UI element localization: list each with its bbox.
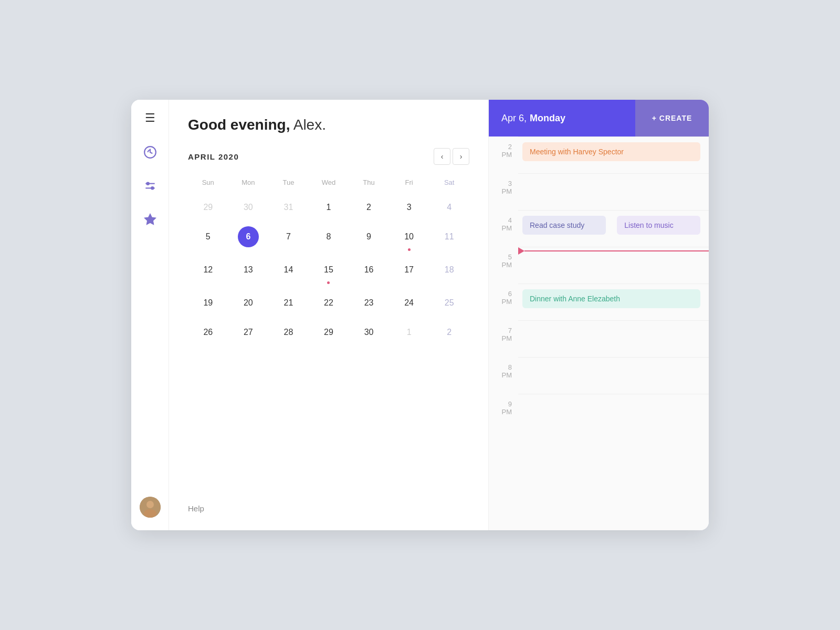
- day-number: 10: [398, 226, 419, 247]
- calendar-prev-btn[interactable]: ‹: [434, 148, 450, 165]
- time-slot-3pm: 3 PM: [489, 173, 709, 210]
- calendar-day-18[interactable]: 18: [429, 256, 469, 287]
- current-time-indicator: [518, 247, 709, 255]
- calendar-day-3[interactable]: 3: [389, 194, 429, 221]
- day-number: 9: [359, 226, 380, 247]
- weekday-wed: Wed: [309, 175, 349, 190]
- greeting-name: Alex.: [290, 117, 326, 133]
- calendar-day-27[interactable]: 27: [228, 319, 269, 346]
- calendar-day-31-out[interactable]: 31: [268, 194, 309, 221]
- day-number: 18: [439, 259, 460, 280]
- event-read-case[interactable]: Read case study: [522, 216, 606, 235]
- day-number: 5: [197, 226, 218, 247]
- day-number: 11: [439, 226, 460, 247]
- calendar-weekdays: Sun Mon Tue Wed Thu Fri Sat: [188, 175, 469, 190]
- event-dot: [327, 281, 330, 284]
- day-number: 7: [278, 226, 299, 247]
- greeting-bold: Good evening,: [188, 117, 290, 133]
- time-slot-8pm: 8 PM: [489, 357, 709, 394]
- day-number: 23: [359, 292, 380, 313]
- calendar-next-btn[interactable]: ›: [453, 148, 469, 165]
- day-number: 25: [439, 292, 460, 313]
- calendar-day-5[interactable]: 5: [188, 223, 228, 254]
- weekday-fri: Fri: [389, 175, 429, 190]
- time-slot-4pm: 4 PM Read case study Listen to music: [489, 210, 709, 247]
- create-button[interactable]: + CREATE: [635, 100, 709, 136]
- calendar-day-11[interactable]: 11: [429, 223, 469, 254]
- day-number: 30: [359, 322, 380, 343]
- day-number: 8: [318, 226, 339, 247]
- calendar-day-29[interactable]: 29: [309, 319, 349, 346]
- day-number: 16: [359, 259, 380, 280]
- calendar-day-8[interactable]: 8: [309, 223, 349, 254]
- calendar-day-24[interactable]: 24: [389, 289, 429, 317]
- calendar-day-29-out[interactable]: 29: [188, 194, 228, 221]
- calendar-day-23[interactable]: 23: [349, 289, 389, 317]
- sidebar-icon-settings[interactable]: [141, 176, 160, 195]
- calendar-day-4[interactable]: 4: [429, 194, 469, 221]
- calendar-day-30-out[interactable]: 30: [228, 194, 269, 221]
- time-label-5pm: 5 PM: [489, 247, 518, 269]
- calendar-day-2-out[interactable]: 2: [429, 319, 469, 346]
- svg-marker-7: [144, 214, 156, 225]
- event-dinner-anne[interactable]: Dinner with Anne Elezabeth: [522, 289, 700, 308]
- calendar-month-label: APRIL 2020: [188, 152, 239, 161]
- time-slot-5pm: 5 PM: [489, 247, 709, 284]
- help-label[interactable]: Help: [188, 504, 204, 513]
- calendar-day-1[interactable]: 1: [309, 194, 349, 221]
- events-row-4pm: Read case study Listen to music: [522, 216, 700, 239]
- menu-icon[interactable]: ☰: [145, 112, 155, 124]
- time-slot-2pm: 2 PM Meeting with Harvey Spector: [489, 136, 709, 173]
- calendar-day-14[interactable]: 14: [268, 256, 309, 287]
- calendar-day-28[interactable]: 28: [268, 319, 309, 346]
- sidebar-nav: [141, 143, 160, 497]
- calendar-day-1-out[interactable]: 1: [389, 319, 429, 346]
- calendar-day-21[interactable]: 21: [268, 289, 309, 317]
- calendar-header: APRIL 2020 ‹ ›: [188, 148, 469, 165]
- time-slot-7pm: 7 PM: [489, 320, 709, 357]
- event-meeting-harvey[interactable]: Meeting with Harvey Spector: [522, 142, 700, 161]
- header-date: Apr 6, Monday: [489, 100, 635, 136]
- calendar-nav: ‹ ›: [434, 148, 469, 165]
- time-content-8pm: [518, 357, 709, 394]
- calendar-day-22[interactable]: 22: [309, 289, 349, 317]
- calendar-day-16[interactable]: 16: [349, 256, 389, 287]
- calendar-day-7[interactable]: 7: [268, 223, 309, 254]
- day-number: 15: [318, 259, 339, 280]
- avatar[interactable]: [140, 497, 161, 518]
- time-content-2pm: Meeting with Harvey Spector: [518, 136, 709, 173]
- calendar-day-26[interactable]: 26: [188, 319, 228, 346]
- sidebar-icon-dashboard[interactable]: [141, 143, 160, 162]
- time-content-6pm: Dinner with Anne Elezabeth: [518, 284, 709, 320]
- day-number: 24: [398, 292, 419, 313]
- day-number: 1: [318, 197, 339, 218]
- day-number: 20: [238, 292, 259, 313]
- calendar-day-20[interactable]: 20: [228, 289, 269, 317]
- calendar-day-15[interactable]: 15: [309, 256, 349, 287]
- event-listen-music[interactable]: Listen to music: [617, 216, 700, 235]
- greeting: Good evening, Alex.: [188, 117, 469, 133]
- sidebar-icon-favorites[interactable]: [141, 210, 160, 229]
- calendar-day-12[interactable]: 12: [188, 256, 228, 287]
- event-dot: [408, 248, 411, 251]
- calendar-day-9[interactable]: 9: [349, 223, 389, 254]
- calendar-day-13[interactable]: 13: [228, 256, 269, 287]
- weekday-mon: Mon: [228, 175, 269, 190]
- day-number: 19: [197, 292, 218, 313]
- calendar-day-30[interactable]: 30: [349, 319, 389, 346]
- time-content-9pm: [518, 394, 709, 430]
- weekday-sat: Sat: [429, 175, 469, 190]
- calendar-day-19[interactable]: 19: [188, 289, 228, 317]
- calendar-day-25[interactable]: 25: [429, 289, 469, 317]
- calendar-day-6[interactable]: 6: [228, 223, 269, 254]
- calendar-day-2[interactable]: 2: [349, 194, 389, 221]
- time-label-7pm: 7 PM: [489, 320, 518, 342]
- calendar-day-10[interactable]: 10: [389, 223, 429, 254]
- day-number: 28: [278, 322, 299, 343]
- time-label-8pm: 8 PM: [489, 357, 518, 379]
- calendar-day-17[interactable]: 17: [389, 256, 429, 287]
- day-number: 27: [238, 322, 259, 343]
- day-number: 30: [238, 197, 259, 218]
- time-label-3pm: 3 PM: [489, 173, 518, 195]
- weekday-thu: Thu: [349, 175, 389, 190]
